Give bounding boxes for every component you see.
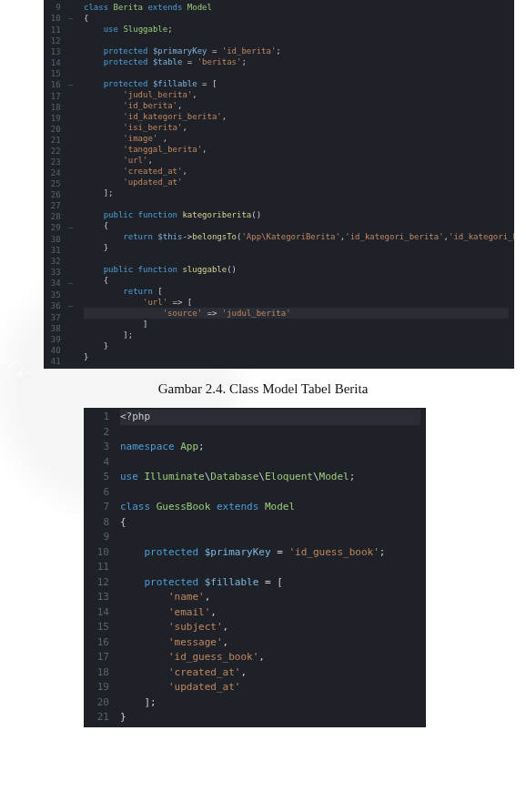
gutter-1: 9 10 –11 12 13 14 15 16 –17 18 19 20 21 …: [44, 0, 76, 369]
gutter-2: 123456789101112131415161718192021: [84, 408, 113, 727]
code-area-2: <?phpnamespace App;use Illuminate\Databa…: [113, 408, 426, 727]
code-area-1: class Berita extends Model{ use Sluggabl…: [76, 0, 514, 369]
code-block-guessbook: 123456789101112131415161718192021 <?phpn…: [84, 408, 426, 727]
figure-caption-1: Gambar 2.4. Class Model Tabel Berita: [0, 381, 526, 397]
code-block-berita: 9 10 –11 12 13 14 15 16 –17 18 19 20 21 …: [44, 0, 514, 369]
